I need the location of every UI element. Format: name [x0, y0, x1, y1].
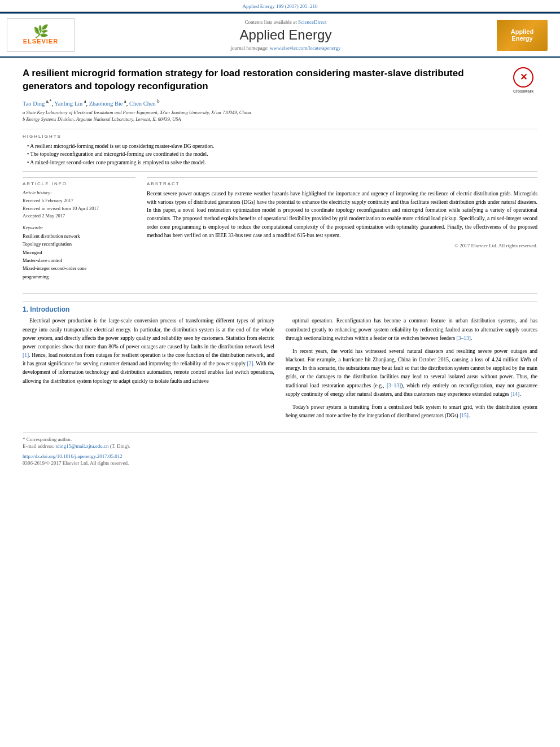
highlight-item-3: A mixed-integer second-order cone progra…: [27, 159, 537, 167]
elsevier-logo-inner: 🌿 ELSEVIER: [23, 25, 58, 45]
section-1-label: 1. Introduction: [23, 305, 537, 313]
highlights-list: A resilient microgrid-forming model is s…: [23, 142, 537, 167]
affiliation-a: a State Key Laboratory of Electrical Ins…: [23, 110, 537, 116]
author-tao-ding-sup: a,*: [46, 99, 52, 104]
doi-text: Applied Energy 199 (2017) 205–216: [243, 3, 318, 9]
footnote-email: E-mail address: tding15@mail.xjtu.edu.cn…: [23, 443, 537, 449]
article-title-block: A resilient microgrid formation strategy…: [23, 67, 537, 93]
highlights-section: HIGHLIGHTS A resilient microgrid-forming…: [23, 134, 537, 167]
history-label: Article history:: [23, 190, 135, 195]
ref-14[interactable]: [14]: [510, 391, 519, 397]
contents-text: Contents lists available at: [245, 19, 297, 25]
copyright-line: © 2017 Elsevier Ltd. All rights reserved…: [147, 243, 537, 248]
keyword-6: programming: [23, 273, 135, 281]
ref-2[interactable]: [2]: [247, 361, 253, 366]
received-date: Received 6 February 2017: [23, 197, 135, 205]
journal-title: Applied Energy: [86, 27, 485, 43]
abstract-label: ABSTRACT: [147, 181, 537, 186]
footer-doi[interactable]: http://dx.doi.org/10.1016/j.apenergy.201…: [23, 453, 537, 459]
ref-1[interactable]: [1]: [23, 352, 29, 358]
highlight-item-2: The topology reconfiguration and microgr…: [27, 150, 537, 158]
journal-header: 🌿 ELSEVIER Contents lists available at S…: [0, 14, 560, 58]
keyword-4: Master-slave control: [23, 256, 135, 264]
article-info-abstract-row: ARTICLE INFO Article history: Received 6…: [23, 177, 537, 286]
divider-2: [23, 171, 537, 172]
elsevier-brand-name: ELSEVIER: [23, 38, 58, 45]
sciencedirect-link[interactable]: ScienceDirect: [298, 19, 326, 25]
intro-col2-para3: Today's power system is transiting from …: [286, 403, 537, 420]
intro-col-left: Electrical power production is the large…: [23, 317, 274, 425]
affiliations-block: a State Key Laboratory of Electrical Ins…: [23, 110, 537, 123]
abstract-block: ABSTRACT Recent severe power outages cau…: [147, 177, 537, 248]
crossmark-badge: ✕ CrossMark: [509, 67, 537, 94]
crossmark-label: CrossMark: [509, 89, 537, 94]
author-chen-chen-sup: b: [158, 99, 160, 104]
highlight-item-1: A resilient microgrid-forming model is s…: [27, 142, 537, 150]
email-suffix: (T. Ding).: [110, 443, 130, 449]
footnote-star: * Corresponding author.: [23, 436, 537, 442]
main-content: A resilient microgrid formation strategy…: [0, 58, 560, 475]
introduction-section: 1. Introduction Electrical power product…: [23, 302, 537, 425]
author-yanling-lin[interactable]: Yanling Lin: [54, 100, 82, 106]
applied-energy-badge: AppliedEnergy: [497, 20, 548, 51]
highlights-label: HIGHLIGHTS: [23, 134, 537, 139]
abstract-col: ABSTRACT Recent severe power outages cau…: [147, 177, 537, 286]
intro-col-right: optimal operation. Reconfiguration has b…: [286, 317, 537, 425]
author-yanling-lin-sup: a: [84, 99, 86, 104]
authors-line: Tao Ding a,*, Yanling Lin a, Zhaohong Bi…: [23, 99, 537, 107]
revised-date: Received in revised form 10 April 2017: [23, 205, 135, 213]
elsevier-logo-box: 🌿 ELSEVIER: [7, 18, 75, 52]
keyword-2: Topology reconfiguration: [23, 240, 135, 248]
footer-area: * Corresponding author. E-mail address: …: [23, 433, 537, 466]
keyword-1: Resilient distribution network: [23, 232, 135, 240]
journal-header-center: Contents lists available at ScienceDirec…: [75, 19, 497, 51]
introduction-body: Electrical power production is the large…: [23, 317, 537, 425]
keywords-label: Keywords:: [23, 225, 135, 230]
author-tao-ding[interactable]: Tao Ding: [23, 100, 45, 106]
email-label: E-mail address:: [23, 443, 54, 449]
divider-1: [23, 129, 537, 129]
article-info-col: ARTICLE INFO Article history: Received 6…: [23, 177, 135, 286]
article-title-text: A resilient microgrid formation strategy…: [23, 68, 464, 91]
intro-col2-para2: In recent years, the world has witnessed…: [286, 347, 537, 399]
homepage-label: journal homepage:: [230, 45, 268, 51]
author-zhaohong-bie[interactable]: Zhaohong Bie: [89, 100, 123, 106]
applied-energy-logo-area: AppliedEnergy: [497, 20, 553, 51]
ref-3-13-b[interactable]: [3–13]: [387, 383, 401, 388]
doi-url-text: http://dx.doi.org/10.1016/j.apenergy.201…: [23, 453, 123, 459]
elsevier-logo-area: 🌿 ELSEVIER: [7, 18, 75, 52]
sciencedirect-line: Contents lists available at ScienceDirec…: [86, 19, 485, 25]
doi-bar: Applied Energy 199 (2017) 205–216: [0, 0, 560, 12]
keyword-5: Mixed-integer second-order cone: [23, 264, 135, 272]
intro-col1-para1: Electrical power production is the large…: [23, 317, 274, 386]
crossmark-icon: ✕: [513, 67, 533, 88]
abstract-text: Recent severe power outages caused by ex…: [147, 190, 537, 239]
author-chen-chen[interactable]: Chen Chen: [129, 100, 156, 106]
email-link[interactable]: tding15@mail.xjtu.edu.cn: [55, 443, 108, 449]
affiliation-b: b Energy Systems Division, Argonne Natio…: [23, 116, 537, 123]
journal-homepage: journal homepage: www.elsevier.com/locat…: [86, 45, 485, 51]
homepage-url[interactable]: www.elsevier.com/locate/apenergy: [270, 45, 341, 51]
elsevier-tree-icon: 🌿: [33, 25, 49, 38]
crossmark-symbol: ✕: [520, 71, 527, 84]
accepted-date: Accepted 2 May 2017: [23, 212, 135, 220]
article-info-block: ARTICLE INFO Article history: Received 6…: [23, 177, 135, 281]
article-info-label: ARTICLE INFO: [23, 181, 135, 186]
ref-15[interactable]: [15]: [460, 413, 469, 418]
divider-3: [23, 293, 537, 294]
footer-issn: 0306-2619/© 2017 Elsevier Ltd. All right…: [23, 460, 537, 466]
ref-3-13[interactable]: [3–13]: [457, 335, 471, 341]
keyword-3: Microgrid: [23, 248, 135, 256]
author-zhaohong-bie-sup: a: [124, 99, 126, 104]
intro-col2-para1: optimal operation. Reconfiguration has b…: [286, 317, 537, 343]
